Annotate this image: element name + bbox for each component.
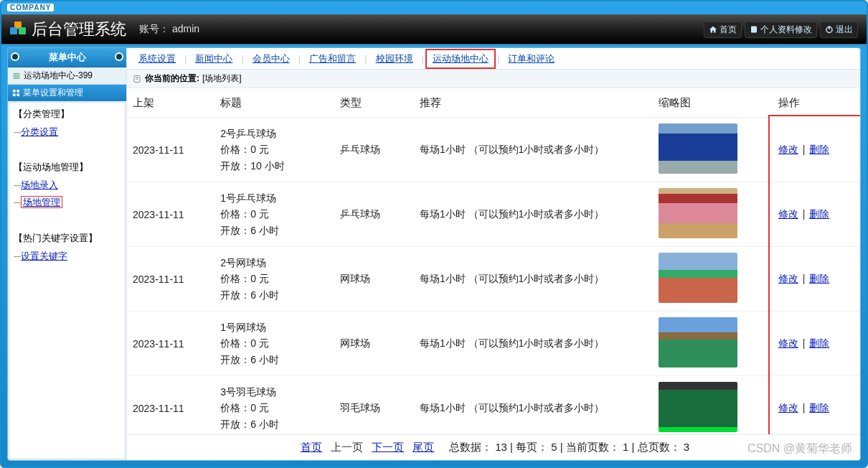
pager-per-value: 5: [551, 441, 557, 453]
delete-link[interactable]: 删除: [809, 144, 829, 155]
profile-link[interactable]: 个人资料修改: [745, 22, 817, 38]
edit-link[interactable]: 修改: [778, 144, 798, 155]
delete-link[interactable]: 删除: [809, 402, 829, 413]
svg-rect-8: [13, 93, 16, 96]
sidebar-link[interactable]: 场地管理: [21, 196, 62, 208]
table-row: 2023-11-113号羽毛球场价格：0 元开放：6 小时羽毛球场每场1小时 （…: [127, 376, 860, 435]
company-label: COMPANY: [7, 4, 54, 11]
cell-title: 1号乒乓球场价格：0 元开放：6 小时: [214, 182, 334, 247]
cell-title: 3号羽毛球场价格：0 元开放：6 小时: [214, 376, 334, 435]
edit-link[interactable]: 修改: [778, 402, 798, 413]
cell-title: 2号乒乓球场价格：0 元开放：10 小时: [214, 118, 334, 182]
col-header-date: 上架: [127, 88, 214, 118]
thumbnail-image: [659, 317, 737, 368]
content-area: 菜单中心 运动场地中心-399 菜单设置和管理 【分类管理】---分类设置【运动…: [7, 47, 861, 461]
pager-total-value: 13: [495, 441, 507, 453]
home-link[interactable]: 首页: [704, 22, 742, 38]
company-bar: COMPANY: [1, 1, 867, 14]
sidebar-item-line: ---设置关键字: [14, 248, 121, 266]
cell-ops: 修改|删除: [773, 247, 860, 312]
logout-link[interactable]: 退出: [820, 22, 858, 38]
title-bar: 后台管理系统 账号： admin 首页 个人资料修改 退出: [1, 14, 867, 45]
table-row: 2023-11-111号乒乓球场价格：0 元开放：6 小时乒乓球场每场1小时 （…: [127, 182, 860, 247]
pager-prev[interactable]: 上一页: [331, 441, 363, 453]
sidebar-breadcrumb: 运动场地中心-399: [8, 67, 126, 85]
nav-tab[interactable]: 校园环境: [369, 50, 420, 68]
cell-date: 2023-11-11: [127, 376, 214, 435]
nav-separator: |: [240, 53, 245, 64]
app-window: COMPANY 后台管理系统 账号： admin 首页 个人资料修改 退出: [0, 0, 868, 468]
profile-icon: [750, 25, 758, 34]
thumbnail-image: [659, 123, 737, 174]
venue-table: 上架 标题 类型 推荐 缩略图 操作 2023-11-112号乒乓球场价格：0 …: [127, 88, 860, 434]
cell-recommend: 每场1小时 （可以预约1小时或者多小时）: [414, 182, 653, 247]
logo-icon: [10, 22, 26, 37]
cell-date: 2023-11-11: [127, 312, 214, 376]
sidebar-dash: ---: [14, 251, 21, 261]
nav-tab[interactable]: 运动场地中心: [425, 49, 496, 69]
cell-ops: 修改|删除: [773, 312, 860, 376]
sidebar-group-heading: 【运动场地管理】: [14, 159, 121, 177]
delete-link[interactable]: 删除: [809, 273, 829, 284]
cell-ops: 修改|删除: [773, 376, 860, 435]
sidebar-link[interactable]: 分类设置: [21, 126, 58, 137]
op-separator: |: [798, 208, 810, 220]
cell-recommend: 每场1小时 （可以预约1小时或者多小时）: [414, 247, 653, 312]
svg-rect-3: [14, 73, 20, 75]
sidebar-dash: ---: [14, 126, 21, 137]
pager-first[interactable]: 首页: [301, 441, 322, 453]
cell-thumb: [653, 118, 773, 182]
sidebar-group-heading: 【分类管理】: [14, 106, 121, 123]
pager-next[interactable]: 下一页: [372, 441, 404, 453]
svg-rect-7: [16, 90, 19, 93]
thumbnail-image: [659, 382, 737, 432]
cell-type: 乒乓球场: [334, 118, 414, 182]
account-value: admin: [172, 23, 199, 34]
edit-link[interactable]: 修改: [778, 208, 798, 220]
sidebar-link[interactable]: 场地录入: [21, 179, 58, 190]
pager-last[interactable]: 尾页: [412, 441, 434, 453]
page-icon: [133, 75, 141, 83]
edit-link[interactable]: 修改: [778, 273, 798, 284]
sidebar-item-line: ---场地管理: [14, 194, 121, 212]
op-separator: |: [798, 337, 810, 349]
nav-tab[interactable]: 系统设置: [131, 50, 183, 68]
cell-date: 2023-11-11: [127, 182, 214, 247]
cell-ops: 修改|删除: [773, 118, 860, 182]
delete-link[interactable]: 删除: [809, 208, 829, 220]
sidebar-link[interactable]: 设置关键字: [21, 251, 67, 261]
table-row: 2023-11-112号乒乓球场价格：0 元开放：10 小时乒乓球场每场1小时 …: [127, 118, 860, 182]
sidebar-section-title: 菜单设置和管理: [8, 85, 126, 101]
breadcrumb-bar: 你当前的位置: [场地列表]: [127, 70, 860, 88]
cell-type: 乒乓球场: [334, 182, 414, 247]
nav-separator: |: [183, 53, 188, 64]
svg-rect-5: [14, 78, 20, 79]
sidebar-item-line: ---场地录入: [14, 177, 121, 195]
power-icon: [825, 25, 834, 34]
svg-rect-4: [14, 75, 20, 77]
nav-separator: |: [363, 53, 368, 64]
table-row: 2023-11-112号网球场价格：0 元开放：6 小时网球场每场1小时 （可以…: [127, 247, 860, 312]
sidebar-breadcrumb-text: 运动场地中心-399: [24, 70, 93, 82]
thumbnail-image: [659, 188, 737, 238]
col-header-ops: 操作: [773, 88, 860, 118]
pager-total-label: 总数据：: [449, 441, 492, 453]
nav-tab[interactable]: 新闻中心: [188, 50, 240, 68]
svg-rect-6: [13, 90, 16, 93]
home-link-label: 首页: [720, 24, 737, 36]
nav-tab[interactable]: 订单和评论: [501, 50, 562, 68]
pager-pages-value: 3: [684, 441, 689, 453]
cell-thumb: [653, 312, 773, 376]
account-label: 账号：: [139, 23, 169, 34]
sidebar-dash: ---: [14, 179, 21, 190]
nav-tab[interactable]: 广告和留言: [302, 50, 363, 68]
cell-thumb: [653, 182, 773, 247]
op-separator: |: [798, 144, 810, 155]
edit-link[interactable]: 修改: [778, 337, 798, 349]
sidebar-header: 菜单中心: [8, 48, 126, 67]
pagination-bar: 首页 上一页 下一页 尾页 总数据： 13 | 每页： 5 | 当前页数： 1 …: [127, 434, 860, 460]
delete-link[interactable]: 删除: [809, 337, 829, 349]
op-separator: |: [798, 402, 810, 413]
nav-tab[interactable]: 会员中心: [245, 50, 297, 68]
breadcrumb-value: [场地列表]: [202, 72, 242, 85]
